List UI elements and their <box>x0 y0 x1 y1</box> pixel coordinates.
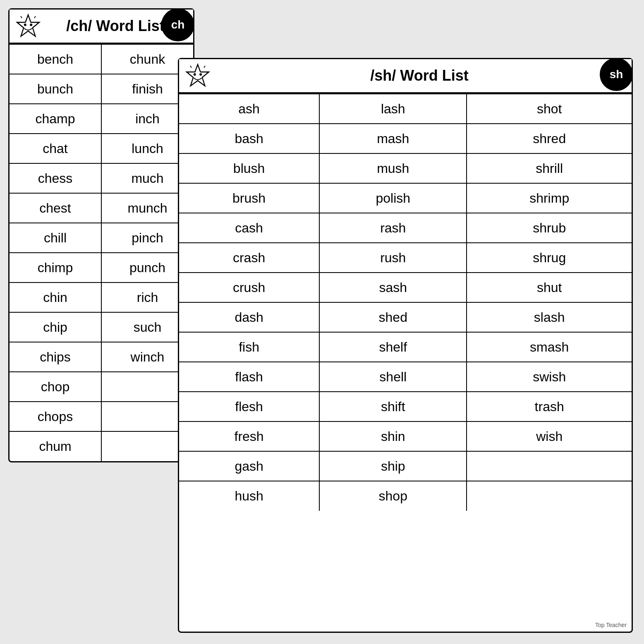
word-cell: brush <box>179 183 319 213</box>
word-cell: chest <box>10 193 101 223</box>
table-row: dashshedslash <box>179 302 632 332</box>
word-cell: sash <box>319 273 467 302</box>
svg-point-10 <box>199 73 202 76</box>
table-row: bunchfinish <box>10 74 193 104</box>
word-cell: crush <box>179 273 319 302</box>
word-cell: rash <box>319 213 467 243</box>
svg-line-6 <box>17 22 19 23</box>
word-cell: wish <box>467 421 632 451</box>
word-cell: shift <box>319 392 467 421</box>
word-cell: chop <box>10 372 101 402</box>
table-row: bashmashshred <box>179 124 632 153</box>
table-row: ashlashshot <box>179 94 632 124</box>
word-cell: shrimp <box>467 183 632 213</box>
word-cell: mush <box>319 153 467 183</box>
word-cell: fresh <box>179 421 319 451</box>
table-row: chop <box>10 372 193 402</box>
word-cell: flash <box>179 362 319 392</box>
table-row: cashrashshrub <box>179 213 632 243</box>
svg-line-12 <box>190 66 192 68</box>
word-cell: chops <box>10 402 101 431</box>
word-cell: chimp <box>10 253 101 282</box>
word-cell: chat <box>10 134 101 163</box>
sh-word-list-card: /sh/ Word List sh ashlashshotbashmashshr… <box>178 58 633 633</box>
credit-label: Top Teacher <box>595 622 627 628</box>
word-cell: shrub <box>467 213 632 243</box>
word-cell: flesh <box>179 392 319 421</box>
word-cell: bash <box>179 124 319 153</box>
word-cell: fish <box>179 332 319 362</box>
word-cell: chill <box>10 223 101 253</box>
word-cell: gash <box>179 451 319 481</box>
word-cell: chin <box>10 282 101 312</box>
table-row: benchchunk <box>10 44 193 74</box>
table-row: chops <box>10 402 193 431</box>
word-cell: dash <box>179 302 319 332</box>
word-cell: ship <box>319 451 467 481</box>
word-cell: chip <box>10 312 101 342</box>
word-cell: cash <box>179 213 319 243</box>
word-cell: shed <box>319 302 467 332</box>
sh-word-table: ashlashshotbashmashshredblushmushshrillb… <box>179 93 632 511</box>
svg-line-13 <box>204 66 205 68</box>
word-cell: shrug <box>467 243 632 273</box>
table-row: fishshelfsmash <box>179 332 632 362</box>
word-cell: slash <box>467 302 632 332</box>
table-row: gashship <box>179 451 632 481</box>
word-cell: shell <box>319 362 467 392</box>
table-row: hushshop <box>179 481 632 511</box>
word-cell: polish <box>319 183 467 213</box>
svg-line-14 <box>187 72 189 72</box>
svg-line-15 <box>207 72 209 72</box>
word-cell: mash <box>319 124 467 153</box>
table-row: chum <box>10 431 193 461</box>
table-row: brushpolishshrimp <box>179 183 632 213</box>
svg-point-9 <box>194 73 196 76</box>
word-cell: lash <box>319 94 467 124</box>
table-row: champinch <box>10 104 193 134</box>
table-row: crashrushshrug <box>179 243 632 273</box>
ch-word-list-card: /ch/ Word List ch benchchunkbunchfinishc… <box>8 8 194 462</box>
table-row: chillpinch <box>10 223 193 253</box>
word-cell: chum <box>10 431 101 461</box>
word-cell: shred <box>467 124 632 153</box>
table-row: freshshinwish <box>179 421 632 451</box>
word-cell: bunch <box>10 74 101 104</box>
word-cell: swish <box>467 362 632 392</box>
word-cell: shot <box>467 94 632 124</box>
word-cell: ash <box>179 94 319 124</box>
word-cell: shelf <box>319 332 467 362</box>
word-cell: shin <box>319 421 467 451</box>
ch-card-header: /ch/ Word List ch <box>10 10 193 44</box>
word-cell: trash <box>467 392 632 421</box>
sh-badge: sh <box>600 58 633 91</box>
word-cell <box>467 481 632 511</box>
svg-line-4 <box>21 16 22 18</box>
table-row: flashshellswish <box>179 362 632 392</box>
word-cell: chips <box>10 342 101 372</box>
word-cell: shut <box>467 273 632 302</box>
word-cell: rush <box>319 243 467 273</box>
table-row: blushmushshrill <box>179 153 632 183</box>
sh-card-title: /sh/ Word List <box>213 67 625 84</box>
word-cell: chess <box>10 163 101 193</box>
word-cell: crash <box>179 243 319 273</box>
svg-marker-0 <box>17 15 39 36</box>
svg-point-2 <box>30 24 32 26</box>
table-row: chessmuch <box>10 163 193 193</box>
word-cell: champ <box>10 104 101 134</box>
svg-marker-8 <box>187 65 209 86</box>
word-cell <box>467 451 632 481</box>
word-cell: smash <box>467 332 632 362</box>
ch-badge: ch <box>161 8 194 41</box>
svg-line-5 <box>34 16 36 18</box>
table-row: chipswinch <box>10 342 193 372</box>
svg-line-7 <box>37 22 39 23</box>
table-row: chatlunch <box>10 134 193 163</box>
word-cell: shop <box>319 481 467 511</box>
word-cell: blush <box>179 153 319 183</box>
table-row: chestmunch <box>10 193 193 223</box>
ch-word-table: benchchunkbunchfinishchampinchchatlunchc… <box>10 44 193 461</box>
star-icon <box>16 14 41 38</box>
svg-point-1 <box>24 24 26 26</box>
